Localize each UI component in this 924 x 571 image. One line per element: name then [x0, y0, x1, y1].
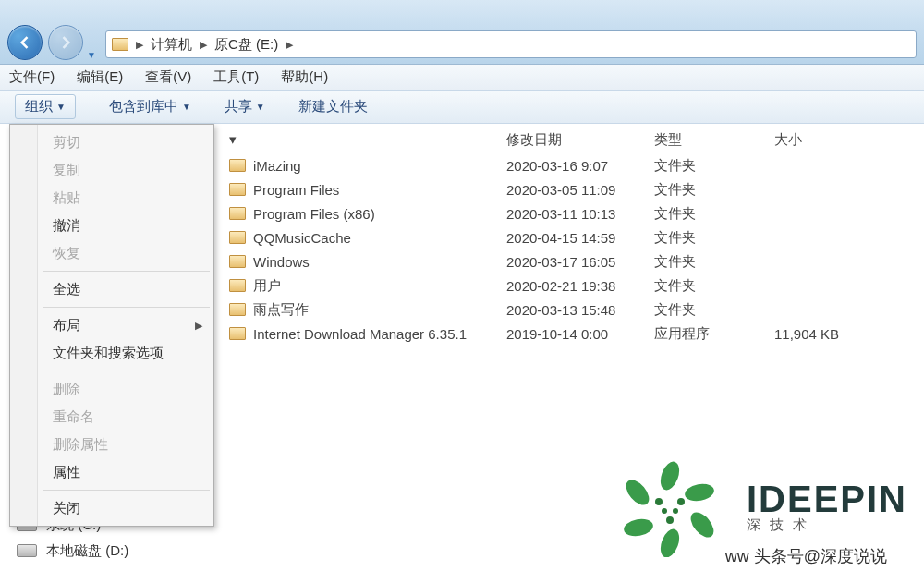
menu-file[interactable]: 文件(F): [9, 68, 55, 86]
menu-tools[interactable]: 工具(T): [213, 68, 259, 86]
include-in-library-button[interactable]: 包含到库中 ▼: [109, 98, 191, 115]
drive-icon: [112, 38, 128, 51]
menu-copy[interactable]: 复制: [12, 156, 212, 184]
command-bar: 组织 ▼ 包含到库中 ▼ 共享 ▼ 新建文件夹: [0, 91, 924, 124]
col-size-header[interactable]: 大小: [774, 131, 894, 149]
folder-icon: [229, 231, 246, 244]
include-label: 包含到库中: [109, 98, 178, 115]
menu-edit[interactable]: 编辑(E): [77, 68, 123, 86]
folder-icon: [229, 207, 246, 220]
menu-separator: [43, 271, 210, 272]
hdd-icon: [17, 544, 37, 557]
file-row[interactable]: 雨点写作2020-03-13 15:48文件夹: [220, 298, 924, 322]
file-date: 2020-04-15 14:59: [506, 230, 654, 246]
menu-close-label: 关闭: [53, 500, 202, 517]
share-button[interactable]: 共享 ▼: [225, 98, 265, 115]
menu-folder-options[interactable]: 文件夹和搜索选项: [12, 339, 212, 367]
file-row[interactable]: QQMusicCache2020-04-15 14:59文件夹: [220, 225, 924, 249]
menu-view[interactable]: 查看(V): [145, 68, 191, 86]
menu-rename[interactable]: 重命名: [12, 403, 212, 431]
file-date: 2020-03-16 9:07: [506, 158, 654, 174]
chevron-right-icon: ▶: [195, 320, 202, 332]
chevron-down-icon: ▼: [56, 102, 66, 112]
file-name: 雨点写作: [253, 301, 309, 319]
col-date-header[interactable]: 修改日期: [506, 131, 654, 149]
col-name-header[interactable]: ▾: [229, 131, 506, 148]
svg-point-16: [657, 527, 683, 557]
new-folder-button[interactable]: 新建文件夹: [298, 98, 368, 115]
file-type: 文件夹: [654, 253, 774, 271]
address-bar[interactable]: ▶ 计算机 ▶ 原C盘 (E:) ▶: [105, 30, 917, 58]
sort-indicator: ▾: [229, 131, 237, 147]
menu-delete-label: 删除: [53, 381, 202, 398]
menu-remove-props-label: 删除属性: [53, 436, 202, 454]
breadcrumb-computer[interactable]: 计算机: [151, 36, 192, 54]
menu-separator: [43, 490, 210, 491]
file-size: 11,904 KB: [774, 326, 894, 342]
back-button[interactable]: [7, 25, 43, 60]
menu-help[interactable]: 帮助(H): [281, 68, 328, 86]
window-titlebar: ▼ ▶ 计算机 ▶ 原C盘 (E:) ▶: [0, 0, 924, 65]
svg-point-18: [622, 476, 653, 509]
drive-d-label: 本地磁盘 (D:): [46, 538, 128, 564]
menu-paste-label: 粘贴: [53, 189, 202, 207]
menu-separator: [43, 371, 210, 371]
svg-point-15: [687, 508, 718, 541]
menu-cut-label: 剪切: [53, 134, 202, 152]
forward-button[interactable]: [48, 25, 83, 60]
folder-icon: [229, 327, 246, 340]
file-name: Program Files (x86): [253, 206, 375, 222]
svg-point-20: [677, 498, 685, 505]
menu-paste[interactable]: 粘贴: [12, 184, 212, 212]
file-date: 2020-03-11 10:13: [506, 206, 654, 222]
watermark-brand: IDEEPIN: [747, 479, 907, 520]
file-row[interactable]: Windows2020-03-17 16:05文件夹: [220, 249, 924, 273]
watermark: IDEEPIN 深技术: [610, 456, 907, 557]
menu-redo[interactable]: 恢复: [12, 239, 212, 267]
chevron-right-icon: ▶: [136, 39, 143, 51]
spiral-logo-icon: [610, 456, 730, 557]
file-row[interactable]: Program Files2020-03-05 11:09文件夹: [220, 177, 924, 201]
newfolder-label: 新建文件夹: [298, 98, 368, 115]
file-type: 应用程序: [654, 325, 774, 343]
chevron-right-icon: ▶: [200, 39, 207, 51]
menu-folder-options-label: 文件夹和搜索选项: [53, 345, 202, 362]
file-row[interactable]: 用户2020-02-21 19:38文件夹: [220, 273, 924, 298]
menu-copy-label: 复制: [53, 162, 202, 179]
file-name: Windows: [253, 254, 310, 270]
file-date: 2020-03-13 15:48: [506, 302, 654, 318]
svg-point-17: [623, 516, 655, 538]
file-date: 2020-03-05 11:09: [506, 182, 654, 198]
column-headers: ▾ 修改日期 类型 大小: [220, 126, 924, 153]
breadcrumb-drive[interactable]: 原C盘 (E:): [214, 36, 278, 54]
file-name: 用户: [253, 277, 281, 295]
folder-icon: [229, 183, 246, 196]
file-row[interactable]: iMazing2020-03-16 9:07文件夹: [220, 153, 924, 177]
file-date: 2019-10-14 0:00: [506, 326, 654, 342]
organize-button[interactable]: 组织 ▼: [15, 94, 76, 119]
menu-undo-label: 撤消: [53, 217, 202, 235]
nav-history-dropdown[interactable]: ▼: [87, 50, 100, 60]
file-row[interactable]: Program Files (x86)2020-03-11 10:13文件夹: [220, 201, 924, 225]
col-type-header[interactable]: 类型: [654, 131, 774, 149]
organize-menu: 剪切 复制 粘贴 撤消 恢复 全选: [9, 124, 214, 527]
menu-select-all-label: 全选: [53, 281, 202, 298]
svg-point-22: [662, 508, 667, 514]
file-type: 文件夹: [654, 181, 774, 199]
menu-layout-label: 布局: [53, 317, 182, 334]
menu-select-all[interactable]: 全选: [12, 275, 212, 303]
menu-rename-label: 重命名: [53, 408, 202, 426]
file-type: 文件夹: [654, 277, 774, 295]
menu-close[interactable]: 关闭: [12, 494, 212, 522]
file-date: 2020-02-21 19:38: [506, 278, 654, 294]
watermark-sub: 深技术: [747, 516, 907, 534]
menu-delete[interactable]: 删除: [12, 375, 212, 403]
chevron-down-icon: ▼: [182, 102, 191, 112]
drive-d-item[interactable]: 本地磁盘 (D:): [17, 538, 128, 564]
menu-cut[interactable]: 剪切: [12, 128, 212, 156]
menu-undo[interactable]: 撤消: [12, 212, 212, 239]
menu-layout[interactable]: 布局 ▶: [12, 311, 212, 339]
file-row[interactable]: Internet Download Manager 6.35.12019-10-…: [220, 322, 924, 346]
menu-remove-props[interactable]: 删除属性: [12, 431, 212, 458]
menu-properties[interactable]: 属性: [12, 458, 212, 486]
